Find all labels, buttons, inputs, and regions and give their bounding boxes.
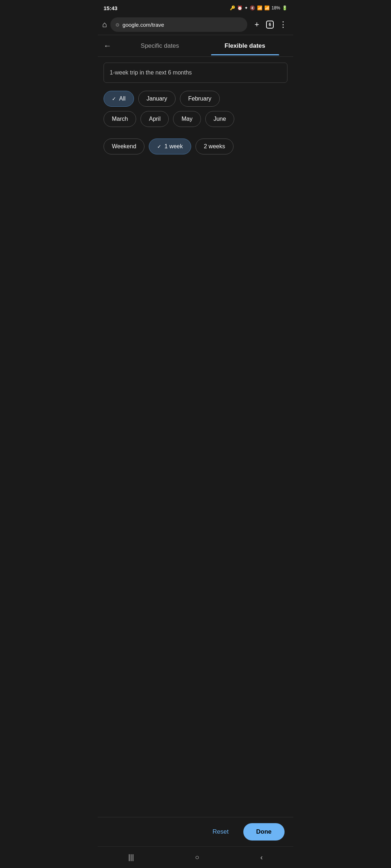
chip-june-label: June: [214, 116, 226, 122]
nav-tabs: ← Specific dates Flexible dates: [98, 35, 293, 57]
chip-2weeks-label: 2 weeks: [204, 143, 225, 150]
bluetooth-icon: ✦: [244, 5, 248, 10]
add-tab-button[interactable]: +: [251, 20, 262, 29]
chip-1week-label: 1 week: [164, 143, 183, 150]
chip-march[interactable]: March: [104, 111, 136, 127]
chip-weekend-label: Weekend: [112, 143, 136, 150]
chip-march-label: March: [112, 116, 128, 122]
alarm-icon: ⏰: [237, 5, 243, 10]
chip-january[interactable]: January: [138, 91, 176, 107]
chip-february-label: February: [188, 95, 211, 102]
chip-april-label: April: [149, 116, 160, 122]
chip-february[interactable]: February: [180, 91, 220, 107]
key-icon: 🔑: [230, 5, 235, 10]
chip-all[interactable]: ✓ All: [104, 91, 134, 107]
chip-weekend[interactable]: Weekend: [104, 139, 144, 154]
signal-icon: 📶: [264, 5, 270, 10]
connection-icon: ⊙: [115, 22, 119, 27]
battery-text: 18%: [272, 5, 280, 10]
wifi-icon: 📶: [257, 5, 262, 10]
chip-april[interactable]: April: [140, 111, 169, 127]
check-icon-all: ✓: [112, 96, 116, 102]
chip-june[interactable]: June: [205, 111, 235, 127]
chip-may-label: May: [181, 116, 192, 122]
tabs-count[interactable]: 6: [266, 21, 274, 29]
duration-chips: Weekend ✓ 1 week 2 weeks: [98, 136, 293, 157]
month-chips-row1: ✓ All January February: [98, 89, 293, 109]
status-time: 15:43: [104, 5, 117, 11]
battery-icon: 🔋: [282, 5, 287, 10]
chip-january-label: January: [147, 95, 167, 102]
tab-specific-dates[interactable]: Specific dates: [117, 37, 202, 55]
check-icon-1week: ✓: [157, 144, 161, 149]
trip-summary-box: 1-week trip in the next 6 months: [104, 63, 287, 83]
trip-summary-text: 1-week trip in the next 6 months: [110, 69, 192, 76]
more-options-button[interactable]: ⋮: [277, 20, 289, 29]
chip-all-label: All: [119, 95, 126, 102]
chip-may[interactable]: May: [173, 111, 201, 127]
browser-bar: ⌂ ⊙ google.com/trave + 6 ⋮: [98, 14, 293, 35]
chip-1week[interactable]: ✓ 1 week: [149, 139, 191, 154]
url-text: google.com/trave: [122, 22, 242, 28]
mute-icon: 🔇: [250, 5, 255, 10]
status-icons: 🔑 ⏰ ✦ 🔇 📶 📶 18% 🔋: [230, 5, 287, 10]
home-icon[interactable]: ⌂: [102, 20, 107, 29]
back-button[interactable]: ←: [104, 41, 112, 51]
month-chips-row2: March April May June: [98, 109, 293, 129]
address-bar[interactable]: ⊙ google.com/trave: [110, 17, 247, 32]
chip-2weeks[interactable]: 2 weeks: [196, 139, 234, 154]
tab-flexible-dates[interactable]: Flexible dates: [202, 37, 287, 55]
status-bar: 15:43 🔑 ⏰ ✦ 🔇 📶 📶 18% 🔋: [98, 0, 293, 14]
